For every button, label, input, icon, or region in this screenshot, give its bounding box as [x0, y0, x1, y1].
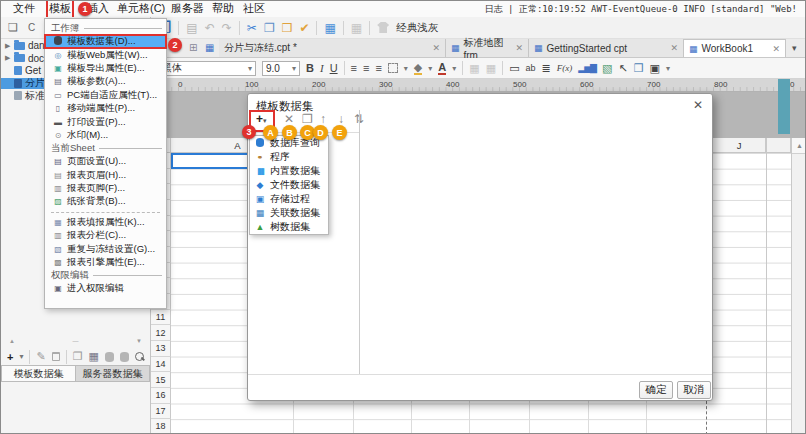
tab-template-dataset[interactable]: 模板数据集 [1, 365, 76, 382]
menu-template[interactable]: 模板 [49, 1, 71, 16]
undo-icon[interactable]: ↶ [205, 22, 215, 34]
add-dataset-icon[interactable]: + [7, 351, 13, 363]
row-header[interactable]: 13 [151, 341, 171, 357]
align-left-icon[interactable]: ≡ [351, 63, 357, 74]
close-tab-icon[interactable]: ✕ [772, 44, 780, 54]
formula-icon[interactable]: F(x) [557, 64, 573, 73]
tab-overflow-icon[interactable]: ▾ [792, 43, 797, 53]
row-header[interactable]: 16 [151, 388, 171, 404]
row-header[interactable]: 11 [151, 310, 171, 326]
ok-button[interactable]: 确定 [639, 381, 673, 399]
italic-button[interactable]: I [320, 63, 324, 74]
chart-icon[interactable]: ▂▅▇ [578, 64, 596, 73]
menu-item-mobile-attr[interactable]: ▯ 移动端属性(P)... [45, 102, 166, 115]
menu-item-report-columns[interactable]: ▥ 报表分栏(C)... [45, 229, 166, 242]
expand-arrow-icon[interactable]: ▶ [5, 54, 11, 62]
theme-label[interactable]: 经典浅灰 [396, 21, 438, 35]
row-header[interactable]: 12 [151, 325, 171, 341]
expand-arrow-icon[interactable]: ▶ [5, 42, 11, 50]
paste-icon[interactable]: ❒ [282, 22, 293, 34]
database-icon[interactable] [120, 352, 129, 362]
menu-item-engine-attr[interactable]: ▩ 报表引擎属性(E)... [45, 256, 166, 269]
cancel-button[interactable]: 取消 [677, 381, 711, 399]
font-size-select[interactable]: 9.0▾ [262, 61, 300, 76]
dropdown-item-related-dataset[interactable]: ▦ 关联数据集 [250, 206, 328, 220]
row-header[interactable]: 15 [151, 372, 171, 388]
preview-data-icon[interactable]: ❐ [73, 350, 83, 363]
menu-cell[interactable]: 单元格(C) [117, 1, 165, 16]
tab-document-2[interactable]: ▦ 标准地图 frm ✕ [446, 39, 529, 57]
menu-file[interactable]: 文件 [13, 1, 35, 16]
edit-icon[interactable]: ✎ [36, 350, 45, 363]
align-right-icon[interactable]: ≡ [375, 63, 381, 74]
menu-item-report-header[interactable]: ▤ 报表页眉(H)... [45, 169, 166, 182]
close-tab-icon[interactable]: ✕ [670, 43, 678, 53]
borders-icon[interactable] [388, 63, 398, 73]
redo-icon[interactable]: ↷ [222, 22, 232, 34]
menu-item-paper-background[interactable]: ▨ 纸张背景(B)... [45, 195, 166, 208]
font-family-select[interactable]: 黑体▾ [158, 61, 256, 76]
panel-collapse-handles[interactable]: ▲—▼ [1, 338, 150, 344]
tab-document-4-active[interactable]: ▦ WorkBook1 ✕ [684, 39, 786, 57]
move-down-icon[interactable]: ↓ [338, 113, 344, 125]
menu-item-print-settings[interactable]: ▬ 打印设置(P)... [45, 115, 166, 128]
column-header-j[interactable]: J [713, 138, 766, 152]
image-icon[interactable]: ▧ [602, 63, 612, 74]
table-icon[interactable]: ▦ [89, 350, 99, 363]
menu-item-watermark[interactable]: ⊙ 水印(M)... [45, 129, 166, 142]
database-icon[interactable] [105, 352, 114, 362]
dropdown-item-tree-dataset[interactable]: ▲ 树数据集 [250, 220, 328, 234]
dropdown-item-builtin-dataset[interactable]: ▮▮ 内置数据集 [250, 164, 328, 178]
tab-server-dataset[interactable]: 服务器数据集 [76, 365, 150, 382]
rich-text-icon[interactable]: ≣ [542, 63, 551, 74]
report-view-icon[interactable]: ▦ [205, 42, 214, 53]
frame-icon[interactable]: ▣ [650, 63, 660, 74]
delete-icon[interactable] [52, 352, 60, 361]
preview-icon[interactable]: ▦ [324, 22, 335, 34]
save-icon[interactable]: ▤ [186, 22, 197, 34]
close-tab-icon[interactable]: ✕ [515, 43, 523, 53]
textbox-icon[interactable]: ab [526, 64, 536, 73]
menu-item-pc-adaptive[interactable]: ▭ PC端自适应属性(T)... [45, 89, 166, 102]
pointer-icon[interactable]: ↖ [618, 63, 627, 74]
menu-help[interactable]: 帮助 [212, 1, 234, 16]
menu-community[interactable]: 社区 [243, 1, 265, 16]
font-color-icon[interactable]: A [438, 62, 446, 75]
column-header-blank[interactable] [766, 138, 791, 152]
menu-item-template-dataset[interactable]: 模板数据集(D)... [45, 35, 166, 48]
menu-item-page-setup[interactable]: ▤ 页面设置(U)... [45, 155, 166, 168]
theme-shirt-icon[interactable] [377, 22, 389, 33]
refresh-icon[interactable]: C [28, 22, 35, 33]
row-header[interactable]: 14 [151, 357, 171, 373]
close-tab-icon[interactable]: ✕ [432, 43, 440, 53]
row-header[interactable]: 17 [151, 404, 171, 420]
copy-icon[interactable]: ❐ [264, 22, 275, 34]
new-window-icon[interactable]: ❏ [8, 21, 18, 34]
tab-document-1[interactable]: 分片与冻结.cpt * ✕ [219, 39, 446, 57]
menu-item-repeat-freeze[interactable]: ▧ 重复与冻结设置(G)... [45, 242, 166, 255]
fill-color-icon[interactable]: ◆ [414, 62, 422, 75]
menu-item-export-attr[interactable]: ▣ 模板导出属性(E)... [45, 62, 166, 75]
format-painter-icon[interactable]: ✔ [299, 22, 309, 34]
menu-item-fill-attr[interactable]: ▦ 报表填报属性(K)... [45, 216, 166, 229]
tab-document-3[interactable]: ▦ GettingStarted cpt ✕ [529, 39, 684, 57]
scroll-up-icon[interactable]: ▲ [792, 138, 806, 154]
move-up-icon[interactable]: ↑ [320, 113, 326, 125]
underline-button[interactable]: U [330, 63, 338, 74]
menu-server[interactable]: 服务器 [171, 1, 204, 16]
copy-dataset-icon[interactable]: ❐ [302, 113, 313, 125]
menu-item-permission-edit[interactable]: ▣ 进入权限编辑 [45, 282, 166, 295]
cut-icon[interactable]: ✂ [247, 22, 257, 34]
view-toggle-icon[interactable]: ⊞ [189, 42, 197, 53]
align-center-icon[interactable]: ≡ [363, 63, 369, 74]
row-header[interactable]: 18 [151, 419, 171, 434]
dropdown-item-file-dataset[interactable]: ◆ 文件数据集 [250, 178, 328, 192]
text-widget-icon[interactable]: ▭ [509, 63, 519, 74]
search-icon[interactable] [135, 352, 144, 361]
menu-item-parameters[interactable]: ▤ 模板参数(A)... [45, 75, 166, 88]
remove-dataset-icon[interactable]: ✕ [284, 113, 294, 125]
bold-button[interactable]: B [306, 63, 314, 74]
menu-item-report-footer[interactable]: ▥ 报表页脚(F)... [45, 182, 166, 195]
subreport-icon[interactable]: ❒ [634, 63, 644, 74]
dropdown-item-program[interactable]: ● 程序 [250, 150, 328, 164]
